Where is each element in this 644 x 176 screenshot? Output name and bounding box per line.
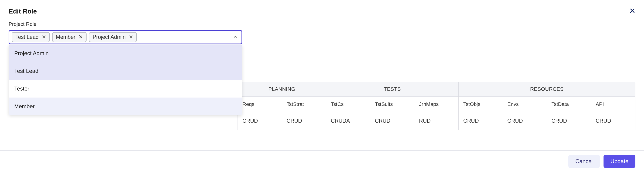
- chip-label: Test Lead: [15, 34, 38, 40]
- dropdown-option[interactable]: Tester: [8, 80, 242, 98]
- project-role-field: Test LeadMemberProject Admin Project Adm…: [8, 30, 242, 44]
- dropdown-option[interactable]: Member: [8, 98, 242, 115]
- dropdown-option[interactable]: Test Lead: [8, 62, 242, 80]
- role-chip: Project Admin: [89, 32, 137, 42]
- cell-envs: CRUD: [503, 112, 547, 130]
- col-tstdata: TstData: [547, 96, 591, 112]
- chevron-up-icon: [233, 34, 238, 40]
- modal-header: Edit Role: [8, 8, 636, 15]
- col-tstsuits: TstSuits: [370, 96, 414, 112]
- cell-tstcs: CRUDA: [326, 112, 370, 130]
- chip-remove-button[interactable]: [129, 35, 133, 40]
- role-chip: Member: [52, 32, 86, 42]
- close-icon: [629, 8, 636, 14]
- cell-tststrat: CRUD: [282, 112, 326, 130]
- cell-tstdata: CRUD: [547, 112, 591, 130]
- table-row: CRUD CRUD CRUDA CRUD RUD CRUD CRUD CRUD …: [238, 112, 635, 130]
- role-chip: Test Lead: [12, 32, 50, 42]
- project-role-label: Project Role: [8, 21, 636, 27]
- chip-label: Member: [56, 34, 76, 40]
- cell-reqs: CRUD: [238, 112, 282, 130]
- edit-role-modal: Edit Role Project Role Test LeadMemberPr…: [0, 0, 644, 176]
- cell-tstobjs: CRUD: [458, 112, 503, 130]
- dropdown-option[interactable]: Project Admin: [8, 44, 242, 62]
- col-tststrat: TstStrat: [282, 96, 326, 112]
- permission-matrix: PLANNING TESTS RESOURCES Reqs TstStrat T…: [238, 82, 636, 130]
- col-reqs: Reqs: [238, 96, 282, 112]
- cell-tstsuits: CRUD: [370, 112, 414, 130]
- project-role-dropdown: Project AdminTest LeadTesterMember: [8, 44, 242, 115]
- chip-remove-button[interactable]: [42, 35, 46, 40]
- modal-actions: Cancel Update: [568, 155, 636, 168]
- close-icon: [42, 35, 46, 40]
- col-tstcs: TstCs: [326, 96, 370, 112]
- chip-label: Project Admin: [92, 34, 126, 40]
- col-jrnmaps: JrnMaps: [414, 96, 458, 112]
- close-icon: [79, 35, 83, 40]
- modal-title: Edit Role: [8, 8, 37, 15]
- matrix-group-resources: RESOURCES: [458, 82, 635, 96]
- col-tstobjs: TstObjs: [458, 96, 503, 112]
- chip-remove-button[interactable]: [79, 35, 83, 40]
- close-button[interactable]: [629, 8, 636, 14]
- col-envs: Envs: [503, 96, 547, 112]
- matrix-group-tests: TESTS: [326, 82, 458, 96]
- cell-jrnmaps: RUD: [414, 112, 458, 130]
- update-button[interactable]: Update: [604, 155, 636, 168]
- col-api: API: [591, 96, 635, 112]
- matrix-group-row: PLANNING TESTS RESOURCES: [238, 82, 635, 96]
- project-role-multiselect[interactable]: Test LeadMemberProject Admin: [8, 30, 242, 44]
- cell-api: CRUD: [591, 112, 635, 130]
- cancel-button[interactable]: Cancel: [568, 155, 600, 168]
- matrix-column-row: Reqs TstStrat TstCs TstSuits JrnMaps Tst…: [238, 96, 635, 112]
- matrix-group-planning: PLANNING: [238, 82, 326, 96]
- close-icon: [129, 35, 133, 40]
